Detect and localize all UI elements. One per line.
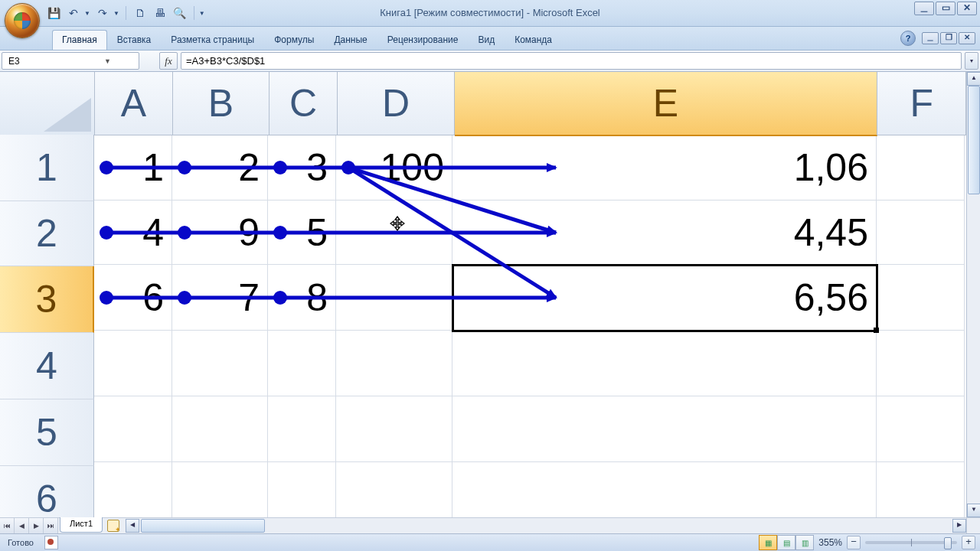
- cell-E6[interactable]: [452, 462, 877, 517]
- doc-minimize-button[interactable]: ＿: [922, 32, 939, 44]
- cell-F6[interactable]: [877, 462, 965, 517]
- name-box[interactable]: E3 ▼: [2, 52, 139, 70]
- zoom-in-icon[interactable]: +: [962, 536, 975, 549]
- cell-D5[interactable]: [336, 396, 452, 462]
- cell-B4[interactable]: [172, 331, 268, 396]
- cell-C2[interactable]: 5: [268, 201, 336, 265]
- ribbon-tab-команда[interactable]: Команда: [505, 30, 562, 50]
- ribbon-tab-рецензирование[interactable]: Рецензирование: [377, 30, 469, 50]
- cell-C3[interactable]: 8: [268, 265, 336, 331]
- help-icon[interactable]: ?: [900, 31, 916, 46]
- cell-B6[interactable]: [172, 462, 268, 517]
- undo-icon[interactable]: ↶: [66, 5, 81, 21]
- cell-A2[interactable]: 4: [94, 201, 172, 265]
- redo-dropdown-icon[interactable]: ▼: [113, 10, 119, 17]
- maximize-button[interactable]: ▭: [936, 2, 956, 15]
- vertical-scrollbar[interactable]: ▲ ▼: [966, 72, 980, 517]
- first-sheet-icon[interactable]: ⏮: [0, 518, 15, 533]
- cell-B5[interactable]: [172, 396, 268, 462]
- cell-A6[interactable]: [94, 462, 172, 517]
- zoom-out-icon[interactable]: −: [847, 536, 861, 549]
- doc-close-button[interactable]: ✕: [959, 32, 975, 44]
- cell-C6[interactable]: [268, 462, 336, 517]
- zoom-label[interactable]: 355%: [818, 537, 842, 548]
- cell-C1[interactable]: 3: [268, 135, 336, 201]
- doc-restore-button[interactable]: ❐: [940, 32, 957, 44]
- qat-customize-icon[interactable]: ▼: [199, 10, 205, 17]
- expand-formula-bar-icon[interactable]: ▾: [965, 52, 978, 70]
- ribbon-tab-вставка[interactable]: Вставка: [107, 30, 162, 50]
- ribbon-tab-данные[interactable]: Данные: [324, 30, 377, 50]
- column-header-D[interactable]: D: [338, 72, 454, 135]
- cell-A4[interactable]: [94, 331, 172, 396]
- cell-F1[interactable]: [877, 135, 965, 201]
- ribbon-tab-вид[interactable]: Вид: [468, 30, 505, 50]
- column-header-B[interactable]: B: [173, 72, 270, 135]
- cell-E2[interactable]: 4,45: [452, 201, 877, 265]
- spreadsheet-grid[interactable]: ABCDEF 123456 1231001,064954,456786,56: [0, 72, 966, 517]
- row-header-1[interactable]: 1: [0, 135, 94, 201]
- page-layout-view-icon[interactable]: ▤: [777, 535, 795, 550]
- column-header-F[interactable]: F: [877, 72, 966, 135]
- cell-B2[interactable]: 9: [172, 201, 268, 265]
- sheet-tab[interactable]: Лист1: [60, 517, 103, 533]
- last-sheet-icon[interactable]: ⏭: [44, 518, 58, 533]
- zoom-slider[interactable]: [865, 541, 957, 544]
- cell-F5[interactable]: [877, 396, 965, 462]
- row-header-2[interactable]: 2: [0, 201, 94, 266]
- cell-D3[interactable]: [336, 265, 452, 331]
- cell-A3[interactable]: 6: [94, 265, 172, 331]
- cell-D6[interactable]: [336, 462, 452, 517]
- split-handle[interactable]: [966, 518, 980, 533]
- cell-D1[interactable]: 100: [336, 135, 452, 201]
- scroll-right-icon[interactable]: ▶: [952, 519, 966, 533]
- scroll-down-icon[interactable]: ▼: [967, 504, 980, 517]
- row-header-3[interactable]: 3: [0, 266, 94, 333]
- normal-view-icon[interactable]: ▦: [759, 535, 777, 550]
- office-button[interactable]: [5, 3, 40, 38]
- cell-C4[interactable]: [268, 331, 336, 396]
- minimize-button[interactable]: ＿: [914, 2, 934, 15]
- cell-B3[interactable]: 7: [172, 265, 268, 331]
- cell-F4[interactable]: [877, 331, 965, 396]
- cell-E5[interactable]: [452, 396, 877, 462]
- prev-sheet-icon[interactable]: ◀: [15, 518, 29, 533]
- cell-C5[interactable]: [268, 396, 336, 462]
- cell-F2[interactable]: [877, 201, 965, 265]
- column-header-A[interactable]: A: [95, 72, 174, 135]
- cell-D2[interactable]: [336, 201, 452, 265]
- column-header-E[interactable]: E: [455, 72, 878, 136]
- redo-icon[interactable]: ↷: [95, 5, 110, 21]
- row-header-4[interactable]: 4: [0, 333, 94, 399]
- fx-icon[interactable]: fx: [159, 52, 178, 70]
- cell-D4[interactable]: [336, 331, 452, 396]
- close-button[interactable]: ✕: [957, 2, 977, 15]
- select-all-corner[interactable]: [0, 72, 95, 135]
- row-header-5[interactable]: 5: [0, 399, 94, 466]
- vertical-scroll-thumb[interactable]: [968, 86, 980, 194]
- horizontal-scrollbar[interactable]: ◀ ▶: [126, 518, 966, 533]
- record-macro-icon[interactable]: [44, 536, 58, 549]
- cell-E4[interactable]: [452, 331, 877, 396]
- cell-B1[interactable]: 2: [172, 135, 268, 201]
- ribbon-tab-разметка страницы[interactable]: Разметка страницы: [161, 30, 264, 50]
- zoom-slider-knob[interactable]: [944, 537, 952, 549]
- new-file-icon[interactable]: 🗋: [132, 5, 148, 21]
- cell-A5[interactable]: [94, 396, 172, 462]
- cell-F3[interactable]: [877, 265, 965, 331]
- undo-dropdown-icon[interactable]: ▼: [84, 10, 90, 17]
- row-header-6[interactable]: 6: [0, 466, 94, 517]
- print-preview-icon[interactable]: 🔍: [172, 5, 188, 21]
- save-icon[interactable]: 💾: [46, 5, 61, 21]
- cell-E1[interactable]: 1,06: [452, 135, 877, 201]
- ribbon-tab-главная[interactable]: Главная: [52, 30, 107, 50]
- name-box-dropdown-icon[interactable]: ▼: [70, 57, 139, 65]
- scroll-up-icon[interactable]: ▲: [967, 72, 980, 86]
- page-break-view-icon[interactable]: ▥: [795, 535, 814, 550]
- insert-sheet-icon[interactable]: [106, 518, 121, 533]
- scroll-left-icon[interactable]: ◀: [126, 519, 139, 533]
- next-sheet-icon[interactable]: ▶: [29, 518, 44, 533]
- cell-A1[interactable]: 1: [94, 135, 172, 201]
- cell-E3[interactable]: 6,56: [452, 265, 877, 331]
- quick-print-icon[interactable]: 🖶: [152, 5, 168, 21]
